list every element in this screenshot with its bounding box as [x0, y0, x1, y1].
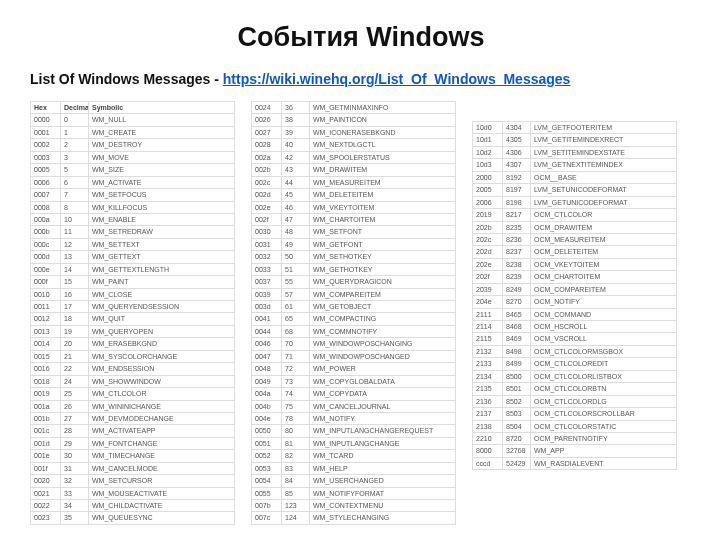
cell-hex: 0028 [252, 139, 282, 151]
table-row: 21158469OCM_VSCROLL [473, 333, 677, 345]
cell-hex: 2133 [473, 358, 503, 370]
table-row: 004973WM_COPYGLOBALDATA [252, 375, 456, 387]
cell-hex: 0044 [252, 325, 282, 337]
cell-dec: 40 [282, 139, 310, 151]
table-row: 007c124WM_STYLECHANGING [252, 512, 456, 524]
cell-sym: OCM_COMPAREITEM [531, 283, 677, 295]
cell-sym: WM_INPUTLANGCHANGE [310, 437, 456, 449]
cell-sym: OCM_CTLCOLOR [531, 209, 677, 221]
cell-hex: 0019 [31, 388, 61, 400]
cell-hex: 0016 [31, 363, 61, 375]
cell-hex: 002b [252, 164, 282, 176]
cell-sym: WM_SIZE [89, 164, 235, 176]
cell-dec: 72 [282, 363, 310, 375]
cell-sym: WM_INPUTLANGCHANGEREQUEST [310, 425, 456, 437]
table-row: 00055WM_SIZE [31, 164, 235, 176]
cell-dec: 31 [61, 462, 89, 474]
cell-hex: 0048 [252, 363, 282, 375]
cell-hex: 000a [31, 213, 61, 225]
cell-sym: WM_GETOBJECT [310, 301, 456, 313]
cell-dec: 73 [282, 375, 310, 387]
cell-hex: 0049 [252, 375, 282, 387]
table-row: 004165WM_COMPACTING [252, 313, 456, 325]
table-row: 001016WM_CLOSE [31, 288, 235, 300]
cell-dec: 18 [61, 313, 89, 325]
cell-hex: 2132 [473, 345, 503, 357]
cell-sym: OCM_VKEYTOITEM [531, 258, 677, 270]
table-row: 21118465OCM_COMMAND [473, 308, 677, 320]
cell-dec: 25 [61, 388, 89, 400]
cell-sym: OCM_PARENTNOTIFY [531, 432, 677, 444]
table-row: 202f8239OCM_CHARTOITEM [473, 271, 677, 283]
cell-sym: WM_NEXTDLGCTL [310, 139, 456, 151]
cell-hex: 204e [473, 296, 503, 308]
cell-dec: 83 [282, 462, 310, 474]
cell-sym: LVM_GETFOOTERITEM [531, 122, 677, 134]
cell-sym: WM_FONTCHANGE [89, 437, 235, 449]
cell-hex: 001b [31, 412, 61, 424]
cell-dec: 8217 [503, 209, 531, 221]
cell-hex: 0002 [31, 139, 61, 151]
cell-dec: 0 [61, 114, 89, 126]
cell-hex: 0052 [252, 450, 282, 462]
cell-hex: 000e [31, 263, 61, 275]
table-row: 20008192OCM__BASE [473, 171, 677, 183]
cell-dec: 78 [282, 412, 310, 424]
cell-sym: WM_CHILDACTIVATE [89, 500, 235, 512]
table-row: 002234WM_CHILDACTIVATE [31, 500, 235, 512]
cell-dec: 8469 [503, 333, 531, 345]
cell-dec: 32 [61, 475, 89, 487]
table-row: 003957WM_COMPAREITEM [252, 288, 456, 300]
cell-sym: WM_NOTIFYFORMAT [310, 487, 456, 499]
cell-sym: WM_COPYDATA [310, 388, 456, 400]
table-row: 000c12WM_SETTEXT [31, 238, 235, 250]
cell-sym: WM_CTLCOLOR [89, 388, 235, 400]
cell-dec: 32768 [503, 445, 531, 457]
subtitle: List Of Windows Messages - https://wiki.… [30, 71, 692, 87]
cell-sym: WM_COPYGLOBALDATA [310, 375, 456, 387]
cell-sym: WM_ERASEBKGND [89, 338, 235, 350]
table-row: 002f47WM_CHARTOITEM [252, 213, 456, 225]
cell-dec: 14 [61, 263, 89, 275]
table-row: 001117WM_QUERYENDSESSION [31, 301, 235, 313]
cell-dec: 5 [61, 164, 89, 176]
cell-sym: OCM_CTLCOLORBTN [531, 383, 677, 395]
cell-dec: 29 [61, 437, 89, 449]
cell-hex: 001c [31, 425, 61, 437]
table-row: 003250WM_SETHOTKEY [252, 251, 456, 263]
cell-dec: 8504 [503, 420, 531, 432]
cell-hex: 0039 [252, 288, 282, 300]
cell-hex: 0053 [252, 462, 282, 474]
cell-hex: 0024 [252, 102, 282, 114]
cell-dec: 3 [61, 151, 89, 163]
cell-sym: WM_CANCELJOURNAL [310, 400, 456, 412]
table-row: 000a10WM_ENABLE [31, 213, 235, 225]
table-row: 003d61WM_GETOBJECT [252, 301, 456, 313]
cell-hex: 2138 [473, 420, 503, 432]
table-row: 007b123WM_CONTEXTMENU [252, 500, 456, 512]
cell-hex: 202d [473, 246, 503, 258]
cell-dec: 12 [61, 238, 89, 250]
cell-hex: 0010 [31, 288, 61, 300]
cell-hex: 0000 [31, 114, 61, 126]
cell-sym: WM_PAINTICON [310, 114, 456, 126]
wiki-link[interactable]: https://wiki.winehq.org/List_Of_Windows_… [223, 71, 571, 87]
cell-dec: 8465 [503, 308, 531, 320]
cell-sym: WM_VKEYTOITEM [310, 201, 456, 213]
cell-hex: 2005 [473, 184, 503, 196]
cell-hex: 202e [473, 258, 503, 270]
table-row: 00011WM_CREATE [31, 126, 235, 138]
cell-hex: 10d1 [473, 134, 503, 146]
cell-hex: 004a [252, 388, 282, 400]
cell-sym: WM_QUERYOPEN [89, 325, 235, 337]
cell-sym: WM_TIMECHANGE [89, 450, 235, 462]
table-row: 005282WM_TCARD [252, 450, 456, 462]
cell-dec: 39 [282, 126, 310, 138]
cell-hex: 003d [252, 301, 282, 313]
header-hex: Hex [31, 102, 61, 114]
table-row: 005585WM_NOTIFYFORMAT [252, 487, 456, 499]
cell-hex: 000c [31, 238, 61, 250]
cell-dec: 8239 [503, 271, 531, 283]
cell-sym: WM_NULL [89, 114, 235, 126]
cell-sym: WM_WININICHANGE [89, 400, 235, 412]
